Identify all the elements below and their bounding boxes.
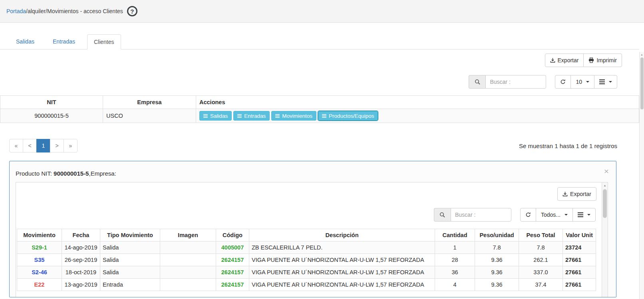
client-actions: Salidas Entradas Movimientos Produc — [199, 111, 636, 121]
pagination: « < 1 > » — [9, 139, 78, 152]
pagination-prev-button[interactable]: < — [23, 139, 37, 152]
action-entradas-button[interactable]: Entradas — [233, 111, 270, 121]
cell-movimiento[interactable]: S35 — [17, 254, 62, 266]
cell-codigo[interactable]: 4005007 — [216, 242, 249, 254]
column-header-codigo[interactable]: Código — [216, 229, 249, 242]
breadcrumb-home-link[interactable]: Portada — [6, 8, 26, 14]
column-header-valor-unit[interactable]: Valor Unit — [563, 229, 596, 242]
help-icon[interactable]: ? — [127, 6, 137, 16]
movements-table: Movimiento Fecha Tipo Movimiento Imagen … — [17, 229, 596, 291]
action-movimientos-button[interactable]: Movimientos — [271, 111, 316, 121]
columns-dropdown[interactable] — [594, 75, 617, 89]
scroll-up-icon[interactable]: ▲ — [602, 182, 608, 188]
tab-entradas[interactable]: Entradas — [46, 34, 81, 50]
cell-peso-unidad: 9.36 — [475, 279, 519, 291]
columns-icon — [578, 212, 583, 217]
product-panel: × Producto NIT: 900000015-5,Empresa: Exp… — [9, 161, 616, 297]
panel-title-nit: 900000015-5 — [54, 170, 89, 177]
cell-cantidad: 28 — [435, 254, 475, 266]
column-header-descripcion[interactable]: Descripción — [249, 229, 435, 242]
cell-peso-unidad: 9.36 — [475, 266, 519, 279]
column-header-imagen[interactable]: Imagen — [160, 229, 216, 242]
action-productos-equipos-button[interactable]: Productos/Equipos — [318, 111, 378, 121]
menu-icon — [275, 114, 280, 118]
cell-fecha: 26-sep-2019 — [62, 254, 100, 266]
page-scrollbar-thumb[interactable] — [640, 57, 644, 109]
panel-page-size-dropdown[interactable]: Todos... — [536, 208, 573, 222]
column-header-nit[interactable]: NIT — [0, 96, 103, 109]
print-button[interactable]: Imprimir — [583, 53, 622, 67]
cell-imagen — [160, 279, 216, 291]
column-header-acciones[interactable]: Acciones — [196, 96, 639, 109]
search-icon — [475, 79, 480, 85]
results-info: Se muestran 1 hasta 1 de 1 registros — [519, 143, 617, 149]
export-button[interactable]: Exportar — [545, 53, 584, 67]
cell-descripcion: ZB ESCALERILLA 7 PELD. — [249, 242, 435, 254]
column-header-cantidad[interactable]: Cantidad — [435, 229, 475, 242]
panel-search-group — [434, 208, 511, 222]
cell-fecha: 18-oct-2019 — [62, 266, 100, 279]
topbar: Portada/alquiler/Movimientos - acceso Cl… — [0, 0, 644, 23]
column-header-peso-total[interactable]: Peso Total — [519, 229, 563, 242]
columns-icon — [599, 79, 605, 84]
panel-search-button[interactable] — [434, 208, 451, 222]
pagination-next-button[interactable]: > — [50, 139, 64, 152]
cell-imagen — [160, 266, 216, 279]
panel-scrollbar[interactable]: ▲ — [602, 182, 608, 297]
scroll-up-icon[interactable]: ▲ — [640, 52, 644, 57]
pagination-first-button[interactable]: « — [9, 139, 23, 152]
breadcrumb: Portada/alquiler/Movimientos - acceso Cl… — [6, 8, 123, 14]
panel-columns-dropdown[interactable] — [572, 208, 596, 222]
column-header-empresa[interactable]: Empresa — [103, 96, 196, 109]
close-icon[interactable]: × — [604, 167, 609, 175]
cell-tipo-movimiento: Salida — [100, 254, 160, 266]
search-group — [469, 75, 546, 89]
cell-descripcion: VIGA PUENTE AR U´NHORIZONTAL AR-U-LW 1,5… — [249, 279, 435, 291]
cell-codigo[interactable]: 2624157 — [216, 279, 249, 291]
cell-imagen — [160, 242, 216, 254]
cell-cantidad: 1 — [435, 242, 475, 254]
cell-imagen — [160, 254, 216, 266]
panel-search-input[interactable] — [451, 208, 511, 222]
tab-bar: Salidas Entradas Clientes — [0, 34, 639, 50]
refresh-icon — [560, 79, 566, 85]
cell-peso-total: 337.0 — [519, 266, 563, 279]
search-icon — [439, 212, 445, 218]
panel-table-controls-group: Todos... — [520, 208, 596, 222]
column-header-movimiento[interactable]: Movimiento — [17, 229, 62, 242]
column-header-tipo-movimiento[interactable]: Tipo Movimiento — [100, 229, 160, 242]
column-header-peso-unidad[interactable]: Peso/unidad — [475, 229, 519, 242]
cell-codigo[interactable]: 2624157 — [216, 254, 249, 266]
movement-row: S35 26-sep-2019 Salida 2624157 VIGA PUEN… — [17, 254, 596, 266]
page-size-dropdown[interactable]: 10 — [570, 75, 594, 89]
export-icon — [563, 191, 568, 197]
caret-down-icon — [609, 81, 612, 83]
panel-refresh-button[interactable] — [520, 208, 536, 222]
cell-tipo-movimiento: Salida — [100, 266, 160, 279]
movement-row: S29-1 14-ago-2019 Salida 4005007 ZB ESCA… — [17, 242, 596, 254]
search-button[interactable] — [469, 75, 485, 89]
cell-movimiento[interactable]: E22 — [17, 279, 62, 291]
caret-down-icon — [564, 214, 568, 216]
cell-valor-unit: 27661 — [563, 254, 596, 266]
cell-peso-unidad: 9.36 — [475, 254, 519, 266]
cell-cantidad: 4 — [435, 279, 475, 291]
cell-movimiento[interactable]: S2-46 — [17, 266, 62, 279]
search-input[interactable] — [485, 75, 546, 89]
column-header-fecha[interactable]: Fecha — [62, 229, 100, 242]
page-scrollbar[interactable]: ▲ — [639, 52, 644, 299]
pagination-page-1-button[interactable]: 1 — [36, 139, 50, 152]
panel-export-button[interactable]: Exportar — [557, 187, 596, 201]
pagination-last-button[interactable]: » — [64, 139, 78, 152]
movement-row: E22 13-ago-2019 Entrada 2624157 VIGA PUE… — [17, 279, 596, 291]
menu-icon — [322, 114, 326, 118]
breadcrumb-path: /alquiler/Movimientos - acceso Clientes — [26, 8, 123, 14]
panel-scrollbar-thumb[interactable] — [603, 189, 607, 218]
tab-salidas[interactable]: Salidas — [10, 34, 41, 50]
cell-codigo[interactable]: 2624157 — [216, 266, 249, 279]
refresh-button[interactable] — [555, 75, 571, 89]
cell-movimiento[interactable]: S29-1 — [17, 242, 62, 254]
action-salidas-button[interactable]: Salidas — [199, 111, 232, 121]
cell-cantidad: 36 — [435, 266, 475, 279]
tab-clientes[interactable]: Clientes — [87, 34, 121, 50]
